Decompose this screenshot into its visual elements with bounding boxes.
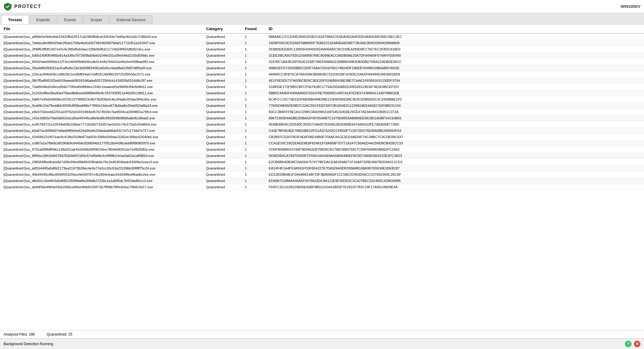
table-row[interactable]: [Quarantined:]\uu_35a4d86393251acfcaf5a6…	[0, 65, 644, 71]
cell-id: 16D8FD5C8CD2A6F58B89DF7EB6222163A0EA833B…	[267, 41, 642, 45]
status-text: Background Detection Running	[4, 342, 53, 346]
tab-scripts[interactable]: Scripts	[83, 15, 109, 24]
cell-found: 1	[244, 60, 267, 64]
cell-file: [Quarantined:]\uu_2f08f62ff081407e43c9c3…	[2, 47, 205, 51]
table-row[interactable]: [Quarantined:]\uu_b5a67ac8490b07e8ae89f0…	[0, 128, 644, 134]
cell-file: [Quarantined:]\uu_9791af08fbff946c138a25…	[2, 147, 205, 152]
cell-id: 77655D6B45DE9B7C22AC55CFEEFD072B1604E011…	[267, 104, 642, 108]
table-row[interactable]: [Quarantined:]\uu_424046231957eae4c419fc…	[0, 134, 644, 140]
cell-found: 1	[244, 116, 267, 120]
cell-id: CB2B97CD207953F4E6F08D18B0F7FAAF44CE2ED3…	[267, 135, 642, 139]
cell-found: 1	[244, 179, 267, 183]
shield-icon	[4, 2, 12, 11]
cell-id: ED12B33BAB1F2A69B814BF33F3BA0660F1CC5BC0…	[267, 172, 642, 177]
table-row[interactable]: [Quarantined:]\uu_9791af08fbff946c138a25…	[0, 146, 644, 153]
cell-id: ED4987CDB8AA30A5F0476623DC8A112E9F26DD3C…	[267, 179, 642, 183]
table-row[interactable]: [Quarantined:]\uu_0ca08c10a79cddbb359354…	[0, 103, 644, 109]
cell-category: Quarantined	[205, 47, 244, 51]
table-row[interactable]: [Quarantined:]\uu_a968e5e5b8cbbb23432ffd…	[0, 34, 644, 40]
cell-found: 1	[244, 147, 267, 152]
cell-found: 1	[244, 141, 267, 145]
cell-category: Quarantined	[205, 60, 244, 64]
cell-category: Quarantined	[205, 85, 244, 89]
cell-category: Quarantined	[205, 160, 244, 164]
cell-file: [Quarantined:]\uu_e8d3702eedd2201a10f762…	[2, 110, 205, 114]
analyzed-files-label: Analyzed Files: 188	[4, 332, 35, 336]
cell-id: 89672393D4ADBE2DBA62F5FD50AB7C1679D9555A…	[267, 116, 642, 120]
cell-id: 83CC38AFFF8E1A1CD9813A92985316F54531803E…	[267, 110, 642, 114]
table-row[interactable]: [Quarantined:]\uu_6f3424ab09956e11f73e14…	[0, 59, 644, 65]
cell-found: 1	[244, 122, 267, 126]
table-row[interactable]: [Quarantined:]\uu_ec85784731e10549a69b23…	[0, 121, 644, 128]
cell-file: [Quarantined:]\uu_a968e5e5b8cbbb23432ffd…	[2, 35, 205, 39]
table-row[interactable]: [Quarantined:]\uu_86f5bc1881b0b578d762b9…	[0, 153, 644, 159]
cell-file: [Quarantined:]\uu_ec85784731e10549a69b23…	[2, 122, 205, 126]
cell-category: Quarantined	[205, 53, 244, 58]
table-row[interactable]: [Quarantined:]\uu_5d667e99d34668bc037812…	[0, 96, 644, 103]
cell-found: 1	[244, 110, 267, 114]
cell-category: Quarantined	[205, 172, 244, 177]
cell-category: Quarantined	[205, 110, 244, 114]
logo-area: PROTECT	[4, 2, 41, 11]
tab-threats[interactable]: Threats	[1, 15, 29, 24]
cell-file: [Quarantined:]\uu_b5a67ac8490b07e8ae89f0…	[2, 129, 205, 133]
cell-id: 088AAE17CCE99D38452D0D2162676BA27E6DA0E5…	[267, 35, 642, 39]
table-row[interactable]: [Quarantined:]\uu_7afabcafe486425de1f5da…	[0, 40, 644, 46]
cell-found: 1	[244, 135, 267, 139]
cell-category: Quarantined	[205, 72, 244, 76]
help-button[interactable]: ?	[625, 341, 631, 347]
cell-id: CCA2E18C19D2EAEE9E6F82461973A858F7D771A2…	[267, 141, 642, 145]
tab-events[interactable]: Events	[57, 15, 83, 24]
cell-category: Quarantined	[205, 129, 244, 133]
cell-category: Quarantined	[205, 135, 244, 139]
table-row[interactable]: [Quarantined:]\uu_224cac96fd428c148b29c1…	[0, 71, 644, 78]
cell-category: Quarantined	[205, 97, 244, 101]
tab-external-devices[interactable]: External Devices	[110, 15, 153, 24]
table-row[interactable]: [Quarantined:]\uu_40b44595cf6bc60095f162…	[0, 172, 644, 178]
cell-found: 1	[244, 97, 267, 101]
table-row[interactable]: [Quarantined:]\uu_e8d3702eedd2201a10f762…	[0, 109, 644, 115]
cell-category: Quarantined	[205, 66, 244, 70]
cell-category: Quarantined	[205, 166, 244, 170]
table-row[interactable]: [Quarantined:]\uu_2f08f62ff081407e43c9c3…	[0, 46, 644, 52]
cell-found: 1	[244, 47, 267, 51]
cell-file: [Quarantined:]\uu_5d0b140f0f54f85e814a33…	[2, 53, 205, 58]
col-category: Category	[205, 26, 244, 32]
table-row[interactable]: [Quarantined:]\uu_cc867a1a7f9e8cd919fdb9…	[0, 140, 644, 146]
cell-id: 4E1F5E5E5737A02BCB29C3EE2DF5246B041BE38E…	[267, 78, 642, 83]
cell-category: Quarantined	[205, 78, 244, 83]
cell-id: C42E7BF6E0EE796D2BE22FD1A1F3242CCFB50F71…	[267, 129, 642, 133]
table-row[interactable]: [Quarantined:]\uu_5d0b140f0f54f85e814a33…	[0, 52, 644, 59]
table-row[interactable]: [Quarantined:]\uu_298583f8ed6dcb6e7d38c9…	[0, 159, 644, 165]
footer-icon-area: ? ✕	[625, 341, 640, 347]
col-id: ID	[267, 26, 642, 32]
table-row[interactable]: [Quarantined:]\uu_74a85d4bd2e8ecef0de770…	[0, 84, 644, 90]
cell-file: [Quarantined:]\uu_cc867a1a7f9e8cd919fdb9…	[2, 141, 205, 145]
table-row[interactable]: [Quarantined:]\uu_ab9df3de49b0ef2b6160dc…	[0, 184, 644, 190]
cell-id: 2CEE2BCA5079251D589587A8C8099EACC66DB0AE…	[267, 53, 642, 58]
tab-exploits[interactable]: Exploits	[29, 15, 57, 24]
close-button[interactable]: ✕	[634, 341, 640, 347]
cell-found: 1	[244, 72, 267, 76]
table-row[interactable]: [Quarantined:]\uu_dfe631c1be6fc5d3dfd613…	[0, 178, 644, 184]
cell-found: 1	[244, 104, 267, 108]
cell-file: [Quarantined:]\uu_40b44595cf6bc60095f162…	[2, 172, 205, 177]
cell-found: 1	[244, 85, 267, 89]
table-body: [Quarantined:]\uu_a968e5e5b8cbbb23432ffd…	[0, 34, 644, 330]
cell-file: [Quarantined:]\uu_c42e1fd02e7fde0a6910a1…	[2, 116, 205, 120]
cell-category: Quarantined	[205, 122, 244, 126]
cell-found: 1	[244, 172, 267, 177]
col-found: Found	[244, 26, 267, 32]
table-row[interactable]: [Quarantined:]\uu_c42e1fd02e7fde0a6910a1…	[0, 115, 644, 121]
cell-category: Quarantined	[205, 35, 244, 39]
cell-file: [Quarantined:]\uu_0ca08c10a79cddbb359354…	[2, 104, 205, 108]
table-row[interactable]: [Quarantined:]\uu_a0f1b4485a5d0d1173ea21…	[0, 165, 644, 172]
cell-category: Quarantined	[205, 104, 244, 108]
cell-found: 1	[244, 129, 267, 133]
cell-file: [Quarantined:]\uu_a0f1b4485a5d0d1173ea21…	[2, 166, 205, 170]
cell-file: [Quarantined:]\uu_424046231957eae4c419fc…	[2, 135, 205, 139]
col-file: File	[2, 26, 205, 32]
table-row[interactable]: [Quarantined:]\uu_2c242e9fbe36a30a476bed…	[0, 90, 644, 96]
table-row[interactable]: [Quarantined:]\uu_0fb7f5af065325ebf10faa…	[0, 78, 644, 84]
cell-category: Quarantined	[205, 41, 244, 45]
